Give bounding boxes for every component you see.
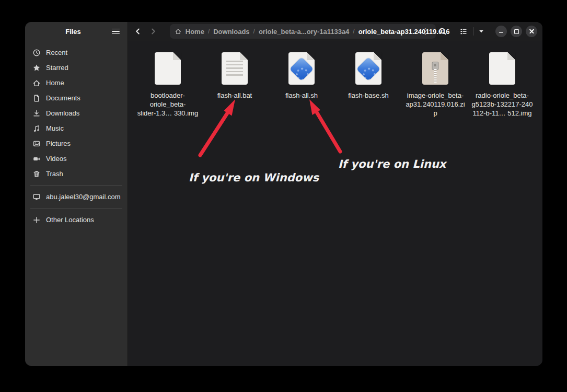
sidebar-header: Files: [25, 22, 128, 41]
picture-icon: [32, 140, 41, 148]
trash-icon: [32, 170, 41, 178]
download-icon: [32, 109, 41, 118]
view-split-divider: [473, 27, 473, 36]
text-lines: [226, 61, 243, 78]
caret-down-icon: [478, 28, 484, 34]
sidebar-item-label: Videos: [46, 155, 67, 163]
archive-file-icon: [422, 52, 448, 85]
sidebar-item-label: Other Locations: [46, 216, 94, 224]
sidebar-item-home[interactable]: Home: [28, 75, 124, 90]
minimize-icon: [499, 32, 503, 33]
file-row: bootloader-oriole_beta-slider-1.3… 330.i…: [134, 52, 536, 118]
sidebar-item-videos[interactable]: Videos: [28, 151, 124, 166]
plus-icon: [32, 216, 41, 224]
desktop: { "window": { "app_title": "Files" }, "s…: [0, 0, 567, 392]
list-view-button[interactable]: [456, 25, 471, 38]
file-item-bootloader-oriole-beta-slider-1-3-330-img[interactable]: bootloader-oriole_beta-slider-1.3… 330.i…: [134, 52, 201, 118]
view-toggle-group: [456, 25, 487, 38]
zipper-teeth-icon: [434, 69, 437, 83]
sidebar-item-label: Documents: [46, 94, 80, 102]
annotation-windows: If you're on Windows: [189, 171, 319, 184]
file-item-flash-base-sh[interactable]: flash-base.sh: [335, 52, 402, 118]
sidebar-item-label: Music: [46, 124, 64, 132]
search-button[interactable]: [436, 25, 449, 38]
document-icon: [32, 94, 41, 102]
breadcrumb-oriole-beta-a-ory-1a1133a4[interactable]: oriole_beta-a...ory-1a1133a4: [259, 28, 349, 36]
music-icon: [32, 124, 41, 133]
star-icon: [32, 64, 41, 72]
sidebar-item-label: Recent: [46, 49, 67, 56]
window-controls: [495, 26, 537, 37]
file-name: image-oriole_beta-ap31.240119.016.zip: [406, 91, 465, 118]
files-window: Files Recent Starred Home Documents Down…: [25, 22, 542, 366]
sidebar-item-other-locations[interactable]: Other Locations: [28, 212, 124, 227]
breadcrumb-separator: /: [253, 28, 255, 35]
script-file-icon: [355, 52, 381, 85]
clock-icon: [32, 49, 41, 57]
app-title: Files: [25, 28, 108, 36]
file-grid: bootloader-oriole_beta-slider-1.3… 330.i…: [128, 41, 542, 366]
breadcrumb-downloads[interactable]: Downloads: [213, 28, 249, 36]
content-pane: Home/Downloads/oriole_beta-a...ory-1a113…: [128, 22, 542, 366]
sidebar-places-list: Recent Starred Home Documents Downloads …: [25, 41, 128, 181]
sidebar-separator: [30, 185, 122, 186]
sidebar-item-recent[interactable]: Recent: [28, 45, 124, 60]
sidebar-account-section: abu.jaleel30@gmail.com: [25, 189, 128, 204]
chevron-right-icon: [149, 27, 157, 36]
home-icon: [32, 79, 41, 87]
sidebar-item-label: Downloads: [46, 109, 79, 117]
home-icon: [175, 28, 182, 35]
file-name: flash-all.sh: [285, 91, 318, 100]
script-file-icon: [288, 52, 315, 85]
minimize-button[interactable]: [495, 26, 507, 37]
sidebar-item-label: Pictures: [46, 140, 71, 147]
back-button[interactable]: [132, 25, 144, 38]
file-name: flash-all.bat: [217, 91, 252, 100]
sidebar-item-downloads[interactable]: Downloads: [28, 106, 124, 121]
breadcrumb-separator: /: [208, 28, 210, 35]
sidebar-item-trash[interactable]: Trash: [28, 166, 124, 181]
view-options-button[interactable]: [476, 25, 487, 38]
toolbar: Home/Downloads/oriole_beta-a...ory-1a113…: [128, 22, 542, 41]
breadcrumb: Home/Downloads/oriole_beta-a...ory-1a113…: [170, 24, 436, 39]
blank-file-icon: [489, 52, 515, 85]
maximize-button[interactable]: [511, 26, 522, 37]
main-menu-button[interactable]: [108, 25, 123, 38]
sidebar: Files Recent Starred Home Documents Down…: [25, 22, 128, 366]
video-icon: [32, 155, 41, 163]
file-name: bootloader-oriole_beta-slider-1.3… 330.i…: [137, 91, 198, 118]
breadcrumb-separator: /: [353, 28, 354, 35]
search-icon: [438, 27, 447, 36]
sidebar-item-music[interactable]: Music: [28, 121, 124, 136]
sidebar-item-documents[interactable]: Documents: [28, 90, 124, 106]
chevron-left-icon: [134, 27, 142, 36]
sidebar-item-label: Home: [46, 79, 64, 87]
breadcrumb-home[interactable]: Home: [186, 28, 204, 36]
file-item-radio-oriole-beta-g5123b-132217-240112-b-11-512-img[interactable]: radio-oriole_beta-g5123b-132217-240112-b…: [469, 52, 536, 118]
sidebar-item-label: Trash: [46, 170, 63, 178]
path-menu-button[interactable]: ⋮: [419, 27, 431, 37]
hamburger-icon: [112, 29, 120, 34]
maximize-icon: [514, 29, 519, 34]
sidebar-item-label: abu.jaleel30@gmail.com: [46, 193, 121, 201]
sidebar-item-label: Starred: [46, 64, 68, 72]
list-view-icon: [459, 27, 468, 36]
close-button[interactable]: [526, 26, 537, 37]
close-icon: [529, 29, 534, 34]
sidebar-item-pictures[interactable]: Pictures: [28, 136, 124, 151]
sidebar-item-abu-jaleel30-gmail-com[interactable]: abu.jaleel30@gmail.com: [28, 189, 124, 204]
sidebar-item-starred[interactable]: Starred: [28, 60, 124, 75]
annotation-linux: If you're on Linux: [338, 158, 446, 170]
text-file-icon: [222, 52, 248, 85]
blank-file-icon: [155, 52, 181, 85]
file-item-flash-all-bat[interactable]: flash-all.bat: [201, 52, 268, 118]
file-item-flash-all-sh[interactable]: flash-all.sh: [268, 52, 335, 118]
breadcrumb-items: Home/Downloads/oriole_beta-a...ory-1a113…: [186, 28, 415, 36]
sidebar-separator: [30, 208, 122, 209]
file-name: flash-base.sh: [348, 91, 388, 100]
file-name: radio-oriole_beta-g5123b-132217-240112-b…: [471, 91, 533, 118]
file-item-image-oriole-beta-ap31-240119-016-zip[interactable]: image-oriole_beta-ap31.240119.016.zip: [402, 52, 469, 118]
forward-button[interactable]: [147, 25, 159, 38]
monitor-icon: [32, 193, 41, 201]
sidebar-other-section: Other Locations: [25, 212, 128, 227]
